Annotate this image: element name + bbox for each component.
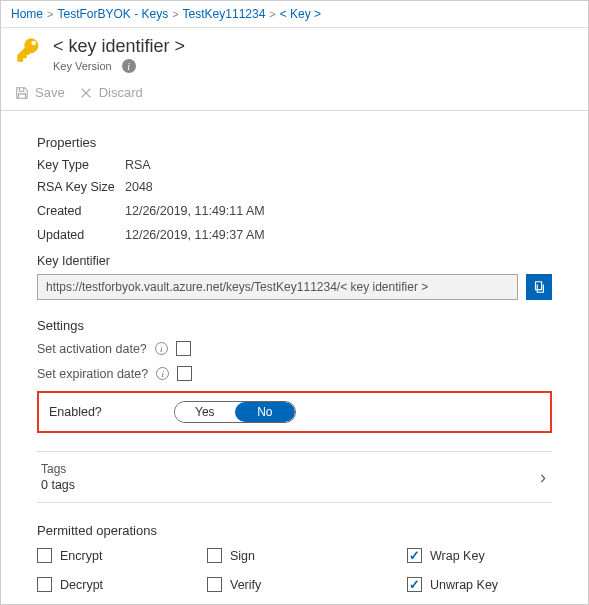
settings-title: Settings — [37, 318, 552, 333]
save-label: Save — [35, 85, 65, 100]
breadcrumb-version[interactable]: < Key > — [280, 7, 321, 21]
sign-checkbox[interactable] — [207, 548, 222, 563]
properties-title: Properties — [37, 135, 552, 150]
discard-button[interactable]: Discard — [79, 85, 143, 100]
enabled-row-highlight: Enabled? Yes No — [37, 391, 552, 433]
page-title: < key identifier > — [53, 36, 185, 57]
updated-value: 12/26/2019, 11:49:37 AM — [125, 228, 265, 242]
content-area: Properties Key Type RSA RSA Key Size 204… — [1, 111, 588, 602]
unwrap-key-label: Unwrap Key — [430, 578, 498, 592]
verify-label: Verify — [230, 578, 261, 592]
info-icon[interactable]: i — [155, 342, 168, 355]
toolbar: Save Discard — [1, 79, 588, 111]
enabled-toggle[interactable]: Yes No — [174, 401, 296, 423]
key-type-value: RSA — [125, 158, 151, 172]
wrap-key-checkbox[interactable] — [407, 548, 422, 563]
breadcrumb-sep: > — [172, 8, 178, 20]
encrypt-label: Encrypt — [60, 549, 102, 563]
enabled-toggle-no[interactable]: No — [235, 402, 295, 422]
key-icon — [15, 36, 43, 67]
breadcrumb-key[interactable]: TestKey111234 — [183, 7, 266, 21]
tags-label: Tags — [41, 462, 548, 476]
wrap-key-label: Wrap Key — [430, 549, 485, 563]
created-value: 12/26/2019, 11:49:11 AM — [125, 204, 265, 218]
save-button[interactable]: Save — [15, 85, 65, 100]
tags-count: 0 tags — [41, 478, 548, 492]
save-icon — [15, 86, 29, 100]
updated-label: Updated — [37, 228, 125, 242]
page-subtitle: Key Version — [53, 60, 112, 72]
key-size-value: 2048 — [125, 180, 153, 194]
info-icon[interactable]: i — [122, 59, 136, 73]
key-type-label: Key Type — [37, 158, 125, 172]
activation-date-label: Set activation date? — [37, 342, 147, 356]
copy-button[interactable] — [526, 274, 552, 300]
key-identifier-label: Key Identifier — [37, 254, 552, 268]
key-identifier-input[interactable] — [37, 274, 518, 300]
page-header: < key identifier > Key Version i — [1, 28, 588, 79]
copy-icon — [532, 280, 546, 294]
unwrap-key-checkbox[interactable] — [407, 577, 422, 592]
breadcrumb-sep: > — [269, 8, 275, 20]
sign-label: Sign — [230, 549, 255, 563]
encrypt-checkbox[interactable] — [37, 548, 52, 563]
decrypt-checkbox[interactable] — [37, 577, 52, 592]
created-label: Created — [37, 204, 125, 218]
discard-label: Discard — [99, 85, 143, 100]
breadcrumb: Home > TestForBYOK - Keys > TestKey11123… — [1, 1, 588, 28]
enabled-toggle-yes[interactable]: Yes — [175, 402, 235, 422]
activation-date-checkbox[interactable] — [176, 341, 191, 356]
permitted-operations-title: Permitted operations — [37, 523, 552, 538]
decrypt-label: Decrypt — [60, 578, 103, 592]
breadcrumb-vault[interactable]: TestForBYOK - Keys — [57, 7, 168, 21]
discard-icon — [79, 86, 93, 100]
breadcrumb-sep: > — [47, 8, 53, 20]
tags-row[interactable]: Tags 0 tags › — [37, 451, 552, 503]
enabled-label: Enabled? — [49, 405, 102, 419]
breadcrumb-home[interactable]: Home — [11, 7, 43, 21]
verify-checkbox[interactable] — [207, 577, 222, 592]
permitted-operations-grid: Encrypt Sign Wrap Key Decrypt Verify Unw… — [37, 548, 552, 592]
expiration-date-checkbox[interactable] — [177, 366, 192, 381]
chevron-right-icon: › — [540, 467, 546, 488]
key-size-label: RSA Key Size — [37, 180, 125, 194]
expiration-date-label: Set expiration date? — [37, 367, 148, 381]
info-icon[interactable]: i — [156, 367, 169, 380]
